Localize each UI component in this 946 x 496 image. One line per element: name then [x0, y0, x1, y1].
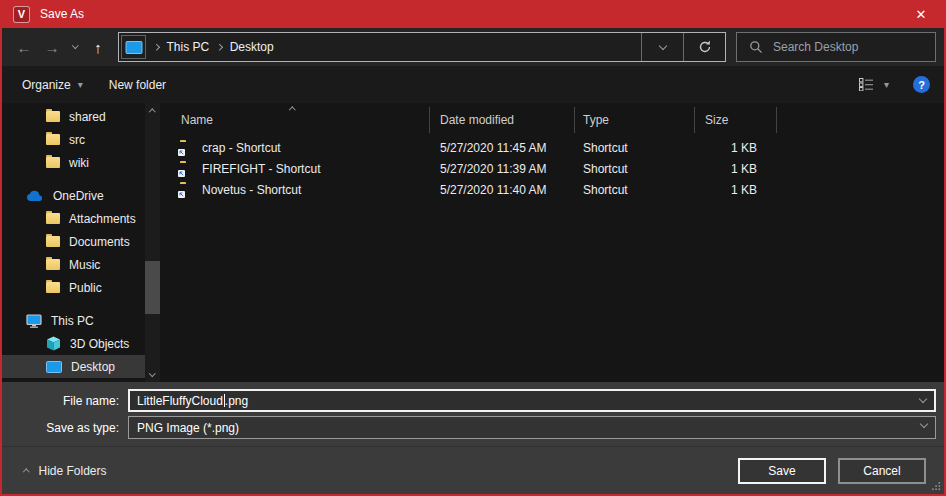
scrollbar-thumb[interactable]: [145, 261, 160, 314]
file-date: 5/27/2020 11:39 AM: [430, 162, 575, 176]
sidebar-item-shared[interactable]: shared: [2, 105, 145, 128]
sidebar-item-this-pc[interactable]: This PC: [2, 309, 145, 332]
recent-locations-button[interactable]: [66, 33, 84, 61]
chevron-down-icon: [920, 420, 928, 428]
titlebar: V Save As ✕: [2, 0, 944, 28]
sidebar-item-label: Public: [69, 281, 102, 295]
folder-icon: [46, 236, 60, 247]
file-name-input[interactable]: LittleFluffyCloud.png: [128, 389, 936, 412]
address-bar[interactable]: This PC Desktop: [118, 32, 726, 62]
file-size: 1 KB: [695, 141, 777, 155]
sidebar-item-public[interactable]: Public: [2, 276, 145, 299]
file-row-firefight-shortcut[interactable]: FIREFIGHT - Shortcut 5/27/2020 11:39 AM …: [160, 158, 944, 179]
file-name-text: LittleFluffyCloud: [137, 394, 223, 408]
file-type: Shortcut: [575, 183, 695, 197]
new-folder-button[interactable]: New folder: [109, 78, 166, 92]
organize-label: Organize: [22, 78, 71, 92]
search-icon: [749, 40, 763, 54]
scroll-down-button[interactable]: [145, 367, 160, 382]
forward-arrow-icon: →: [45, 39, 60, 56]
file-name: crap - Shortcut: [202, 141, 281, 155]
sidebar-item-label: wiki: [69, 156, 89, 170]
main-area: shared src wiki OneDrive Attachments: [2, 103, 944, 382]
chevron-up-icon: [149, 109, 155, 115]
sidebar-item-label: Desktop: [71, 360, 115, 374]
dropdown-triangle-icon: ▾: [884, 79, 889, 90]
column-header-name[interactable]: Name: [160, 107, 430, 133]
details-view-icon: [859, 78, 874, 91]
breadcrumb-separator-icon: [216, 44, 222, 50]
new-folder-label: New folder: [109, 78, 166, 92]
sidebar-item-desktop[interactable]: Desktop: [2, 355, 145, 378]
save-button[interactable]: Save: [738, 458, 826, 484]
file-date: 5/27/2020 11:45 AM: [430, 141, 575, 155]
save-as-type-label: Save as type:: [10, 421, 128, 435]
chevron-down-icon[interactable]: [919, 395, 927, 403]
close-button[interactable]: ✕: [898, 0, 944, 28]
folder-icon: [46, 282, 60, 293]
navigation-pane: shared src wiki OneDrive Attachments: [2, 103, 145, 382]
sidebar-item-onedrive[interactable]: OneDrive: [2, 184, 145, 207]
location-icon-button[interactable]: [121, 35, 146, 59]
file-name: Novetus - Shortcut: [202, 183, 301, 197]
save-as-type-select[interactable]: PNG Image (*.png): [128, 416, 936, 439]
forward-button[interactable]: →: [38, 33, 66, 61]
this-pc-icon: [125, 41, 143, 54]
folder-icon: [46, 134, 60, 145]
folder-icon: [46, 111, 60, 122]
file-row-crap-shortcut[interactable]: crap - Shortcut 5/27/2020 11:45 AM Short…: [160, 137, 944, 158]
column-header-date-modified[interactable]: Date modified: [430, 107, 575, 133]
shortcut-arrow-icon: [178, 149, 185, 156]
refresh-button[interactable]: [683, 33, 725, 61]
sidebar-scrollbar[interactable]: [145, 103, 160, 382]
file-size: 1 KB: [695, 183, 777, 197]
sidebar-item-src[interactable]: src: [2, 128, 145, 151]
previous-locations-button[interactable]: [641, 33, 683, 61]
back-button[interactable]: ←: [10, 33, 38, 61]
sidebar-item-label: OneDrive: [53, 189, 104, 203]
chevron-down-icon: [149, 370, 155, 376]
shortcut-arrow-icon: [178, 170, 185, 177]
sidebar-item-documents[interactable]: Documents: [2, 230, 145, 253]
sidebar-item-wiki[interactable]: wiki: [2, 151, 145, 174]
change-view-button[interactable]: [859, 78, 874, 91]
scroll-up-button[interactable]: [145, 103, 160, 118]
sidebar-item-label: Attachments: [69, 212, 136, 226]
folder-icon: [46, 213, 60, 224]
app-logo-icon: V: [13, 6, 30, 23]
file-date: 5/27/2020 11:40 AM: [430, 183, 575, 197]
sidebar-item-label: Documents: [69, 235, 130, 249]
back-arrow-icon: ←: [17, 39, 32, 56]
sidebar-item-music[interactable]: Music: [2, 253, 145, 276]
sidebar-item-label: src: [69, 133, 85, 147]
file-type: Shortcut: [575, 162, 695, 176]
window-title: Save As: [40, 7, 84, 21]
sidebar-item-label: 3D Objects: [70, 337, 129, 351]
column-header-type[interactable]: Type: [575, 107, 695, 133]
organize-button[interactable]: Organize ▾: [22, 78, 83, 92]
cancel-button[interactable]: Cancel: [838, 458, 926, 484]
up-button[interactable]: ↑: [84, 33, 112, 61]
hide-folders-button[interactable]: Hide Folders: [18, 464, 107, 478]
breadcrumb-separator-icon: [153, 44, 159, 50]
file-name-label: File name:: [10, 394, 128, 408]
column-header-size[interactable]: Size: [695, 107, 777, 133]
desktop-screen-icon: [46, 361, 62, 373]
search-placeholder: Search Desktop: [773, 40, 858, 54]
help-button[interactable]: ?: [913, 76, 930, 93]
sidebar-item-3d-objects[interactable]: 3D Objects: [2, 332, 145, 355]
file-row-novetus-shortcut[interactable]: Novetus - Shortcut 5/27/2020 11:40 AM Sh…: [160, 179, 944, 200]
navigation-bar: ← → ↑ This PC Desktop: [2, 28, 944, 66]
file-fields-panel: File name: LittleFluffyCloud.png Save as…: [2, 382, 944, 446]
sidebar-item-label: This PC: [51, 314, 94, 328]
resize-grip[interactable]: [931, 481, 941, 491]
search-input[interactable]: Search Desktop: [736, 32, 936, 62]
breadcrumb-this-pc[interactable]: This PC: [167, 40, 210, 54]
view-options-dropdown[interactable]: ▾: [884, 79, 889, 90]
breadcrumb-desktop[interactable]: Desktop: [230, 40, 274, 54]
computer-monitor-icon: [26, 314, 42, 328]
folder-shortcut-icon: [180, 163, 195, 175]
shortcut-arrow-icon: [178, 191, 185, 198]
column-headers: Name Date modified Type Size: [160, 103, 944, 133]
sidebar-item-attachments[interactable]: Attachments: [2, 207, 145, 230]
